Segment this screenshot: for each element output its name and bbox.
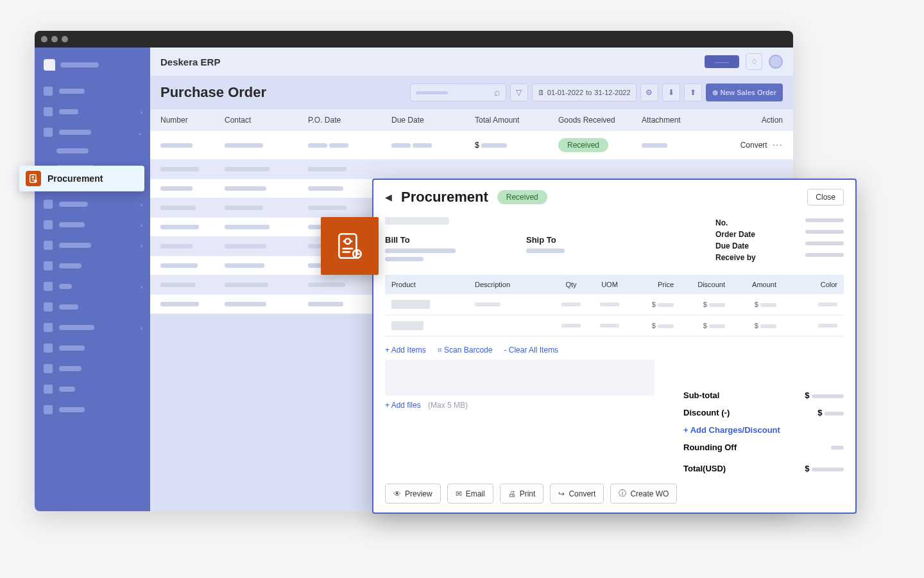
convert-button[interactable]: ↪Convert <box>550 484 604 504</box>
sidebar-item[interactable] <box>35 380 150 398</box>
procurement-icon <box>26 171 41 186</box>
sidebar-item[interactable]: › <box>35 103 150 121</box>
chevron-down-icon: ⌄ <box>137 129 142 136</box>
bill-to-label: Bill To <box>385 235 507 245</box>
search-icon: ⌕ <box>494 87 501 98</box>
line-item-row[interactable]: $ $ $ <box>385 315 844 337</box>
scan-barcode-link[interactable]: ⌗ Scan Barcode <box>438 346 493 355</box>
create-wo-button[interactable]: ⓘCreate WO <box>610 484 677 504</box>
email-button[interactable]: ✉Email <box>447 484 493 504</box>
logo[interactable] <box>35 57 150 80</box>
sidebar-item[interactable]: › <box>35 236 150 254</box>
bell-icon[interactable]: ♢ <box>746 53 762 70</box>
col-contact: Contact <box>225 116 308 125</box>
chevron-right-icon: › <box>141 283 142 290</box>
topbar: Deskera ERP —— ♢ <box>150 48 793 76</box>
page-title: Purchase Order <box>160 84 266 101</box>
download-icon[interactable]: ⬇ <box>662 83 680 101</box>
sidebar-item[interactable] <box>35 257 150 275</box>
line-items-header: Product Description Qty UOM Price Discou… <box>385 275 844 294</box>
printer-icon: 🖨 <box>508 489 516 498</box>
col-po-date: P.O. Date <box>308 116 391 125</box>
ship-to-label: Ship To <box>526 235 629 245</box>
search-input[interactable]: ⌕ <box>410 83 506 101</box>
sidebar-item[interactable] <box>35 401 150 419</box>
add-charges-link[interactable]: + Add Charges/Discount <box>683 425 780 435</box>
line-item-row[interactable]: $ $ $ <box>385 294 844 315</box>
page-header: Purchase Order ⌕ ▽ 🗓 01-01-2022 to 31-12… <box>150 76 793 109</box>
totals-block: Sub-total$ Discount (-)$ + Add Charges/D… <box>683 387 844 477</box>
chevron-right-icon: › <box>141 324 142 331</box>
col-total: Total Amount <box>475 116 558 125</box>
sidebar-item[interactable]: › <box>35 277 150 295</box>
mail-icon: ✉ <box>456 489 462 498</box>
sidebar-item[interactable] <box>35 360 150 378</box>
line-actions: + Add Items ⌗ Scan Barcode - Clear All I… <box>385 346 844 355</box>
clear-all-link[interactable]: - Clear All Items <box>504 346 558 355</box>
eye-icon: 👁 <box>393 489 401 498</box>
max-size-hint: (Max 5 MB) <box>428 401 468 410</box>
topbar-primary-button[interactable]: —— <box>705 55 739 68</box>
barcode-icon: ⌗ <box>438 346 442 355</box>
procurement-badge-icon <box>321 217 379 275</box>
date-range-picker[interactable]: 🗓 01-01-2022 to 31-12-2022 <box>532 83 637 101</box>
window-close-dot[interactable] <box>41 36 47 42</box>
app-title: Deskera ERP <box>160 57 220 67</box>
add-items-link[interactable]: + Add Items <box>385 346 426 355</box>
sidebar: › ⌄ › › › › › <box>35 48 150 511</box>
sidebar-item[interactable] <box>35 82 150 100</box>
sidebar-subitem[interactable] <box>35 144 150 158</box>
print-button[interactable]: 🖨Print <box>500 484 544 504</box>
gear-icon[interactable]: ⚙ <box>640 83 658 101</box>
col-due-date: Due Date <box>391 116 475 125</box>
col-goods: Goods Received <box>558 116 642 125</box>
status-badge: Received <box>558 138 608 152</box>
sidebar-item[interactable]: › <box>35 216 150 234</box>
back-icon[interactable]: ◀ <box>385 192 392 202</box>
calendar-icon: 🗓 <box>538 89 545 96</box>
notes-textarea[interactable] <box>385 360 654 396</box>
chevron-right-icon: › <box>141 109 142 116</box>
close-button[interactable]: Close <box>807 189 844 206</box>
sidebar-item[interactable] <box>35 298 150 316</box>
sidebar-item[interactable]: ⌄ <box>35 123 150 141</box>
avatar[interactable] <box>769 55 783 69</box>
window-max-dot[interactable] <box>62 36 68 42</box>
panel-header: ◀ Procurement Received Close <box>373 180 855 215</box>
window-min-dot[interactable] <box>51 36 58 42</box>
sidebar-item-label: Procurement <box>47 173 103 184</box>
new-sales-order-button[interactable]: ⊕ New Sales Order <box>706 83 783 101</box>
panel-title: Procurement <box>401 189 488 206</box>
sidebar-item[interactable]: › <box>35 195 150 213</box>
table-row[interactable] <box>150 160 793 179</box>
meta-block: No. Order Date Due Date Receive by <box>715 217 844 263</box>
info-icon: ⓘ <box>619 488 626 499</box>
col-action: Action <box>706 116 783 125</box>
chevron-right-icon: › <box>141 242 142 249</box>
panel-footer: 👁Preview ✉Email 🖨Print ↪Convert ⓘCreate … <box>373 477 855 512</box>
plus-icon: ⊕ <box>712 89 718 97</box>
svg-point-1 <box>32 177 34 179</box>
sidebar-item[interactable]: › <box>35 319 150 337</box>
preview-button[interactable]: 👁Preview <box>385 484 441 504</box>
status-badge: Received <box>497 190 547 204</box>
table-header: Number Contact P.O. Date Due Date Total … <box>150 109 793 131</box>
col-attachment: Attachment <box>642 116 706 125</box>
add-files-link[interactable]: + Add files <box>385 401 421 410</box>
convert-action[interactable]: Convert <box>740 141 767 150</box>
logo-icon <box>44 59 55 71</box>
col-number: Number <box>160 116 225 125</box>
upload-icon[interactable]: ⬆ <box>684 83 702 101</box>
table-row[interactable]: $ Received Convert ··· <box>150 131 793 160</box>
chevron-right-icon: › <box>141 201 142 208</box>
export-icon: ↪ <box>558 489 565 498</box>
sidebar-item-procurement[interactable]: Procurement <box>19 166 144 191</box>
date-to: 31-12-2022 <box>594 89 630 96</box>
window-titlebar <box>35 31 793 48</box>
chevron-right-icon: › <box>141 222 142 229</box>
procurement-panel: ◀ Procurement Received Close Bill To Shi… <box>372 179 857 514</box>
sidebar-item[interactable] <box>35 339 150 357</box>
filter-icon[interactable]: ▽ <box>510 83 528 101</box>
date-from: 01-01-2022 <box>547 89 583 96</box>
more-icon[interactable]: ··· <box>773 139 783 151</box>
